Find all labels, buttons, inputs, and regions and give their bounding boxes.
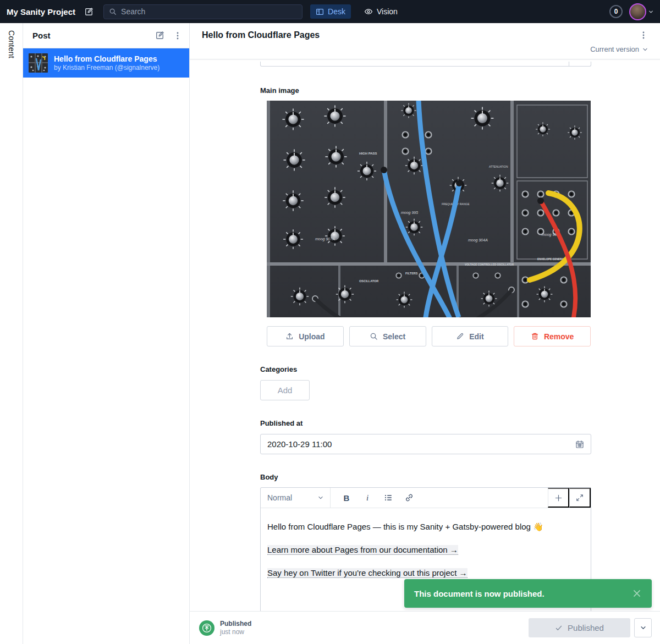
check-icon <box>555 624 563 632</box>
clipped-field-input[interactable] <box>260 62 591 67</box>
format-buttons: B i <box>331 488 420 508</box>
link-icon <box>405 493 414 502</box>
top-navbar: My Sanity Project Desk <box>0 0 660 23</box>
new-document-button[interactable] <box>84 7 94 16</box>
body-paragraph: Learn more about Pages from our document… <box>267 544 584 555</box>
user-avatar[interactable] <box>629 3 646 20</box>
main-area: Content Post <box>0 23 660 644</box>
document-footer: Published just now Published <box>190 611 660 644</box>
post-panel-header: Post <box>23 23 189 48</box>
document-panel: Hello from Cloudflare Pages Current vers… <box>190 23 660 644</box>
publish-status-icon <box>199 620 215 636</box>
version-label: Current version <box>590 45 639 53</box>
toast-close-icon[interactable] <box>632 588 642 598</box>
text-style-value: Normal <box>267 493 292 502</box>
post-item-title: Hello from Cloudflare Pages <box>54 54 160 64</box>
remove-label: Remove <box>544 332 574 341</box>
version-selector[interactable]: Current version <box>202 40 648 59</box>
edit-button[interactable]: Edit <box>432 326 509 346</box>
bullet-list-button[interactable] <box>378 488 399 508</box>
publish-status-text: Published just now <box>220 620 251 636</box>
svg-text:FILTERS: FILTERS <box>405 272 418 275</box>
field-label-categories: Categories <box>260 365 591 373</box>
pencil-icon <box>456 332 464 340</box>
chevron-down-icon <box>318 495 323 500</box>
body-link-twitter[interactable]: Say hey on Twitter if you're checking ou… <box>267 568 468 578</box>
tab-vision[interactable]: Vision <box>359 4 403 19</box>
desk-icon <box>316 8 324 16</box>
post-panel-menu-button[interactable] <box>173 31 182 40</box>
svg-text:moog 907A: moog 907A <box>315 237 335 241</box>
project-title[interactable]: My Sanity Project <box>7 7 75 16</box>
body-paragraph: Hello from Cloudflare Pages — this is my… <box>267 521 584 532</box>
search-icon <box>109 8 117 15</box>
published-button[interactable]: Published <box>529 618 630 637</box>
editor-toolbar: Normal B i <box>261 488 591 508</box>
edit-label: Edit <box>469 332 483 341</box>
chevron-down-icon <box>642 47 648 52</box>
upload-icon <box>285 332 294 340</box>
status-label: Published <box>220 620 251 628</box>
post-item-subtitle: by Kristian Freeman (@signalnerve) <box>54 64 160 72</box>
published-at-field <box>260 434 591 454</box>
tab-vision-label: Vision <box>377 7 398 16</box>
field-label-main-image: Main image <box>260 86 591 95</box>
svg-text:moog 995: moog 995 <box>401 211 418 215</box>
text-style-select[interactable]: Normal <box>261 488 331 508</box>
bold-button[interactable]: B <box>336 488 357 508</box>
calendar-icon <box>575 440 584 449</box>
presence-count-badge[interactable]: 0 <box>609 5 623 18</box>
body-link-documentation[interactable]: Learn more about Pages from our document… <box>267 545 458 555</box>
dots-vertical-icon <box>173 31 182 40</box>
document-header: Hello from Cloudflare Pages Current vers… <box>190 23 660 59</box>
field-label-body: Body <box>260 473 591 481</box>
svg-text:moog 904A: moog 904A <box>468 238 488 243</box>
add-category-button[interactable]: Add <box>260 380 310 400</box>
chevron-down-icon <box>640 625 646 631</box>
toast-message: This document is now published. <box>414 589 544 598</box>
select-label: Select <box>383 332 405 341</box>
publish-menu-button[interactable] <box>634 618 652 637</box>
select-button[interactable]: Select <box>349 326 426 346</box>
status-time: just now <box>220 628 251 636</box>
published-at-input[interactable] <box>267 439 575 449</box>
upload-button[interactable]: Upload <box>267 326 344 346</box>
search-field <box>103 4 302 19</box>
svg-text:ATTENUATION: ATTENUATION <box>489 165 508 168</box>
main-image-photo[interactable]: HIGH PASS FREQUENCY RANGE ATTENUATION mo… <box>267 101 591 317</box>
fullscreen-button[interactable] <box>569 488 591 508</box>
post-thumbnail <box>29 53 48 73</box>
insert-block-button[interactable] <box>548 488 569 508</box>
published-button-label: Published <box>568 623 604 632</box>
content-rail-label: Content <box>7 30 16 644</box>
tab-desk[interactable]: Desk <box>310 4 351 19</box>
post-panel-title: Post <box>32 31 146 40</box>
search-icon <box>370 332 378 340</box>
post-list-panel: Post <box>23 23 190 644</box>
eye-icon <box>364 7 373 16</box>
search-input[interactable] <box>121 7 297 16</box>
clipped-field-divider <box>569 62 569 66</box>
publish-toast: This document is now published. <box>404 579 652 608</box>
upload-label: Upload <box>299 332 324 341</box>
remove-button[interactable]: Remove <box>514 326 591 346</box>
compose-icon <box>155 31 164 40</box>
compose-icon <box>84 7 94 16</box>
list-icon <box>384 493 393 502</box>
italic-button[interactable]: i <box>357 488 378 508</box>
expand-icon <box>576 494 584 502</box>
user-menu-chevron-icon[interactable] <box>648 9 653 14</box>
svg-text:VOLTAGE CONTROLLED OSCILLATOR: VOLTAGE CONTROLLED OSCILLATOR <box>465 263 514 266</box>
post-item-text: Hello from Cloudflare Pages by Kristian … <box>54 54 160 72</box>
document-title: Hello from Cloudflare Pages <box>202 30 639 40</box>
document-scroll-area: Main image <box>190 62 660 611</box>
link-button[interactable] <box>399 488 420 508</box>
tab-desk-label: Desk <box>328 7 345 16</box>
list-item-post[interactable]: Hello from Cloudflare Pages by Kristian … <box>23 48 189 78</box>
field-label-published-at: Published at <box>260 419 591 427</box>
body-paragraph: Say hey on Twitter if you're checking ou… <box>267 567 584 579</box>
create-post-button[interactable] <box>155 31 164 40</box>
dots-vertical-icon <box>639 31 648 40</box>
content-rail[interactable]: Content <box>0 23 23 644</box>
document-menu-button[interactable] <box>639 31 648 40</box>
